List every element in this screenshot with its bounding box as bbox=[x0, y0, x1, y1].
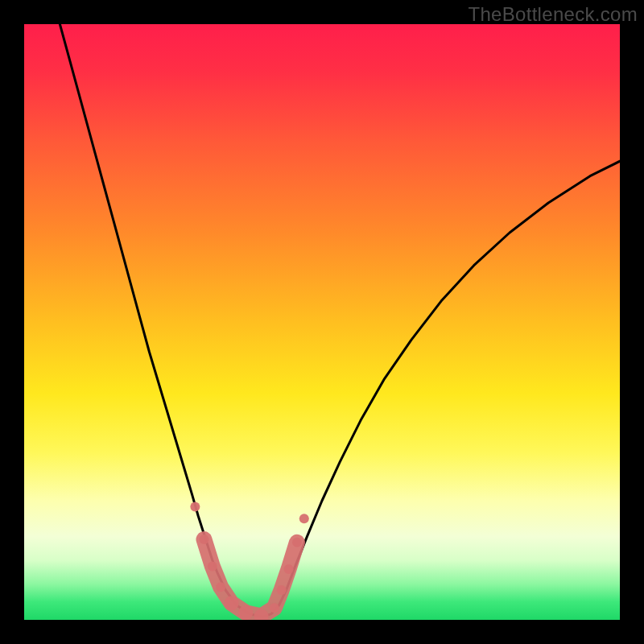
plot-area bbox=[24, 24, 620, 620]
chart-frame: TheBottleneck.com bbox=[0, 0, 644, 644]
highlight-dot bbox=[225, 596, 239, 610]
highlight-dot bbox=[292, 538, 302, 547]
highlight-dot bbox=[238, 605, 253, 620]
gradient-background bbox=[24, 24, 620, 620]
highlight-dot bbox=[190, 502, 200, 511]
chart-svg bbox=[24, 24, 620, 620]
watermark-text: TheBottleneck.com bbox=[468, 3, 638, 26]
highlight-dot bbox=[284, 564, 294, 574]
highlight-dot bbox=[299, 514, 309, 523]
highlight-dot bbox=[199, 535, 208, 544]
highlight-dot bbox=[216, 582, 225, 592]
highlight-dot bbox=[270, 603, 279, 613]
highlight-dot bbox=[277, 585, 287, 595]
highlight-dot bbox=[208, 561, 217, 571]
